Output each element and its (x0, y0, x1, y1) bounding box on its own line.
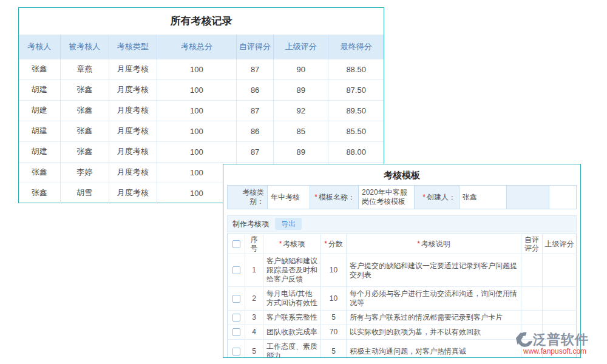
col-desc: *考核说明 (347, 234, 521, 254)
records-panel-title: 所有考核记录 (19, 8, 384, 35)
row-checkbox[interactable] (232, 328, 240, 336)
select-all-cell (228, 234, 245, 254)
col-assessor: 考核人 (19, 35, 60, 59)
cell: 88.00 (328, 141, 384, 162)
table-row[interactable]: 胡建 张鑫 月度考核 100 86 89 87.50 (19, 79, 384, 100)
col-score: *分数 (321, 234, 347, 254)
row-checkbox[interactable] (232, 348, 240, 356)
score-cell: 10 (321, 254, 347, 287)
cell: 月度考核 (109, 183, 157, 203)
items-section-label: 制作考核项 (232, 219, 269, 229)
category-label: 考核类别： (228, 186, 268, 209)
checkbox-cell (228, 340, 245, 359)
superior-eval-cell (543, 311, 577, 325)
cell: 张鑫 (60, 100, 109, 121)
template-panel: 考核模板 考核类别： 年中考核 *模板名称： 2020年中客服岗位考核模板 *创… (223, 164, 581, 358)
cell: 88.50 (328, 59, 384, 79)
cell: 90 (274, 59, 328, 79)
score-cell: 10 (321, 287, 347, 311)
cell: 89 (274, 79, 328, 100)
row-checkbox[interactable] (232, 266, 240, 274)
index-cell: 4 (245, 325, 263, 340)
col-self-eval: 自评评分 (521, 234, 543, 254)
cell: 李婷 (60, 162, 109, 183)
col-self-score: 自评得分 (237, 35, 274, 59)
template-panel-title: 考核模板 (223, 164, 580, 185)
self-eval-cell (521, 254, 543, 287)
self-eval-cell (521, 287, 543, 311)
export-button[interactable]: 导出 (275, 218, 302, 230)
desc-cell: 以实际收到的款项为基，并不以有效回款 (347, 325, 521, 340)
cell: 胡建 (19, 79, 60, 100)
cell: 87 (237, 141, 274, 162)
required-mark: * (279, 240, 282, 248)
cell: 87.50 (328, 79, 384, 100)
table-row[interactable]: 张鑫 章燕 月度考核 100 87 90 88.50 (19, 59, 384, 79)
cell: 张鑫 (19, 183, 60, 203)
cell: 月度考核 (109, 141, 157, 162)
fanpusoft-watermark: 泛普软件 www.fanpusoft.com (515, 331, 607, 356)
required-mark: * (422, 193, 426, 201)
cell: 月度考核 (109, 59, 157, 79)
records-header-row: 考核人 被考核人 考核类型 考核总分 自评得分 上级评分 最终得分 (19, 35, 384, 59)
cell: 100 (157, 121, 236, 141)
col-item: *考核项 (263, 234, 321, 254)
required-mark: * (314, 193, 317, 201)
cell: 86 (237, 121, 274, 141)
cell: 章燕 (60, 59, 109, 79)
table-row[interactable]: 胡建 张鑫 月度考核 100 86 85 85.50 (19, 121, 384, 141)
template-form-row: 考核类别： 年中考核 *模板名称： 2020年中客服岗位考核模板 *创建人： 张… (228, 186, 577, 209)
desc-cell: 所有与客户联系过的情况都需要记录到客户卡片 (347, 311, 521, 325)
desc-cell: 积极主动沟通问题，对客户热情真诚 (347, 340, 521, 359)
checkbox-cell (228, 325, 245, 340)
item-row: 1 客户缺陷和建议跟踪是否及时和给客户反馈 10 客户提交的缺陷和建议一定要通过… (228, 254, 577, 287)
cell: 月度考核 (109, 79, 157, 100)
cell: 100 (157, 100, 236, 121)
cell: 胡建 (19, 100, 60, 121)
col-superior-score: 上级评分 (274, 35, 328, 59)
cell: 月度考核 (109, 162, 157, 183)
score-cell: 70 (321, 325, 347, 340)
table-row[interactable]: 胡建 张鑫 月度考核 100 87 92 89.50 (19, 100, 384, 121)
self-eval-cell (521, 311, 543, 325)
item-row: 2 每月电话/其他方式回访有效性 10 每个月必须与客户进行主动交流和沟通，询问… (228, 287, 577, 311)
item-row: 3 客户联系完整性 5 所有与客户联系过的情况都需要记录到客户卡片 (228, 311, 577, 325)
cell: 张鑫 (60, 79, 109, 100)
cell: 86 (237, 79, 274, 100)
score-cell: 5 (321, 311, 347, 325)
empty-label-cell (507, 186, 549, 209)
creator-field[interactable]: 张鑫 (459, 186, 507, 209)
row-checkbox[interactable] (232, 314, 240, 322)
desc-cell: 每个月必须与客户进行主动交流和沟通，询问使用情况等 (347, 287, 521, 311)
cell: 87 (237, 100, 274, 121)
index-cell: 3 (245, 311, 263, 325)
cell: 月度考核 (109, 121, 157, 141)
index-cell: 5 (245, 340, 263, 359)
required-mark: * (324, 240, 327, 248)
cell: 92 (274, 100, 328, 121)
score-cell: 5 (321, 340, 347, 359)
watermark-brand: 泛普软件 (533, 331, 589, 349)
item-cell: 每月电话/其他方式回访有效性 (263, 287, 321, 311)
checkbox-cell (228, 311, 245, 325)
cell: 胡雪 (60, 183, 109, 203)
col-assessee: 被考核人 (60, 35, 109, 59)
category-field[interactable]: 年中考核 (268, 186, 310, 209)
desc-cell: 客户提交的缺陷和建议一定要通过记录到客户问题提交列表 (347, 254, 521, 287)
col-superior-eval: 上级评分 (543, 234, 577, 254)
index-cell: 1 (245, 254, 263, 287)
index-cell: 2 (245, 287, 263, 311)
cell: 85.50 (328, 121, 384, 141)
items-toolbar: 制作考核项 导出 (227, 215, 577, 232)
cell: 100 (157, 141, 236, 162)
checkbox-cell (228, 254, 245, 287)
template-name-field[interactable]: 2020年中客服岗位考核模板 (359, 186, 415, 209)
superior-eval-cell (543, 287, 577, 311)
cell: 89.50 (328, 100, 384, 121)
table-row[interactable]: 胡建 张鑫 月度考核 100 87 89 88.00 (19, 141, 384, 162)
item-cell: 团队收款完成率 (263, 325, 321, 340)
creator-label: *创建人： (415, 186, 459, 209)
select-all-checkbox[interactable] (232, 240, 240, 248)
cell: 87 (237, 59, 274, 79)
row-checkbox[interactable] (232, 295, 240, 303)
